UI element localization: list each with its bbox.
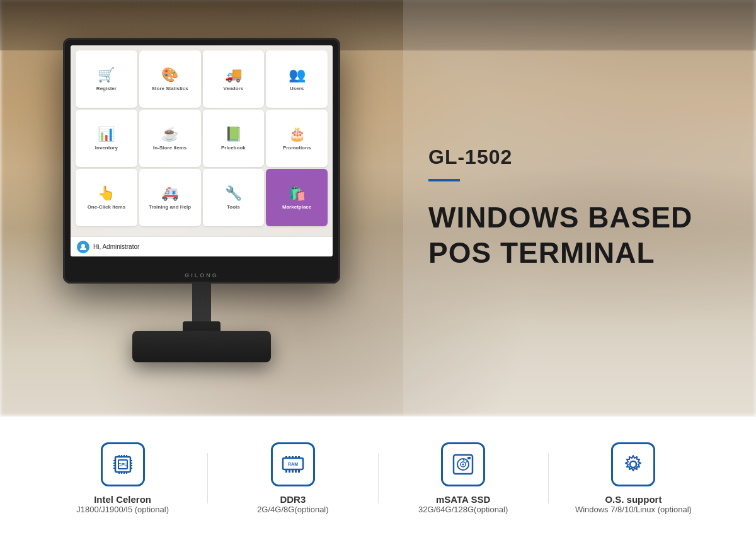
svg-rect-26	[298, 469, 300, 473]
monitor-stand-base	[132, 331, 271, 362]
svg-rect-24	[292, 469, 294, 473]
svg-point-35	[462, 464, 464, 466]
training-help-label: Training and Help	[149, 204, 191, 210]
svg-rect-31	[298, 456, 300, 458]
spec-storage: mSATA SSD 32G/64G/128G(optional)	[379, 442, 548, 514]
register-label: Register	[96, 86, 117, 92]
page: 🛒 Register 🎨 Store Statistics	[0, 0, 756, 540]
vendors-icon: 🚚	[225, 67, 242, 83]
cpu-spec-text: Intel Celeron J1800/J1900/I5 (optional)	[76, 494, 169, 514]
tile-pricebook[interactable]: 📗 Pricebook	[203, 110, 265, 167]
one-click-items-icon: 👆	[98, 185, 115, 202]
store-statistics-label: Store Statistics	[152, 86, 188, 92]
store-statistics-icon: 🎨	[161, 67, 178, 83]
svg-rect-38	[467, 457, 471, 459]
ram-icon-box: RAM	[271, 442, 315, 486]
inventory-icon: 📊	[98, 126, 115, 142]
in-store-items-label: In-Store Items	[153, 145, 186, 151]
gear-icon	[621, 452, 646, 477]
svg-rect-25	[295, 469, 297, 473]
spec-os: O.S. support Windows 7/8/10/Linux (optio…	[549, 442, 718, 514]
marketplace-label: Marketplace	[282, 204, 311, 210]
os-spec-name: O.S. support	[575, 494, 692, 505]
pricebook-icon: 📗	[225, 126, 242, 142]
tile-one-click-items[interactable]: 👆 One-Click Items	[76, 169, 137, 226]
storage-spec-detail: 32G/64G/128G(optional)	[418, 505, 508, 514]
top-section: 🛒 Register 🎨 Store Statistics	[0, 0, 756, 416]
status-bar: Hi, Administrator	[71, 236, 333, 256]
cpu-spec-name: Intel Celeron	[76, 494, 169, 505]
svg-line-37	[466, 461, 467, 462]
app-grid: 🛒 Register 🎨 Store Statistics	[71, 45, 333, 231]
monitor-frame: 🛒 Register 🎨 Store Statistics	[63, 38, 340, 284]
spec-cpu: CPU	[38, 442, 207, 514]
spec-ram: RAM DDR3 2G/4G/8G(optional)	[208, 442, 377, 514]
promotions-label: Promotions	[283, 145, 311, 151]
training-help-icon: 🚑	[161, 185, 178, 202]
svg-rect-30	[295, 456, 297, 458]
svg-text:CPU: CPU	[118, 462, 127, 467]
tile-tools[interactable]: 🔧 Tools	[203, 169, 265, 226]
pricebook-label: Pricebook	[221, 145, 246, 151]
svg-text:RAM: RAM	[288, 462, 298, 466]
users-icon: 👥	[289, 67, 306, 83]
product-title-line2: POS TERMINAL	[428, 236, 718, 270]
ssd-icon	[450, 452, 476, 477]
tile-vendors[interactable]: 🚚 Vendors	[203, 50, 265, 108]
os-icon-box	[611, 442, 655, 486]
svg-rect-22	[285, 469, 287, 473]
tile-marketplace[interactable]: 🛍️ Marketplace	[266, 169, 328, 226]
tile-users[interactable]: 👥 Users	[266, 50, 328, 108]
svg-rect-29	[292, 456, 294, 458]
cpu-icon-box: CPU	[101, 442, 145, 486]
product-info: GL-1502 WINDOWS BASED POS TERMINAL	[403, 0, 756, 416]
svg-rect-27	[285, 456, 287, 458]
divider	[428, 179, 460, 181]
product-title-line1: WINDOWS BASED	[428, 200, 718, 235]
monitor: 🛒 Register 🎨 Store Statistics	[50, 38, 353, 391]
ram-icon: RAM	[280, 452, 306, 477]
os-spec-text: O.S. support Windows 7/8/10/Linux (optio…	[575, 494, 692, 514]
cpu-spec-detail: J1800/J1900/I5 (optional)	[76, 505, 169, 514]
register-icon: 🛒	[98, 67, 115, 83]
product-display: 🛒 Register 🎨 Store Statistics	[0, 0, 403, 416]
storage-spec-text: mSATA SSD 32G/64G/128G(optional)	[418, 494, 508, 514]
svg-rect-23	[289, 469, 290, 473]
tile-store-statistics[interactable]: 🎨 Store Statistics	[139, 50, 201, 108]
monitor-screen: 🛒 Register 🎨 Store Statistics	[71, 45, 333, 256]
ram-spec-name: DDR3	[257, 494, 328, 505]
monitor-brand-label: GILONG	[185, 272, 219, 279]
specs-section: CPU	[0, 416, 756, 540]
ram-spec-text: DDR3 2G/4G/8G(optional)	[257, 494, 328, 514]
svg-rect-28	[289, 456, 290, 458]
tools-icon: 🔧	[225, 185, 242, 202]
tools-label: Tools	[227, 204, 240, 210]
vendors-label: Vendors	[224, 86, 244, 92]
ram-spec-detail: 2G/4G/8G(optional)	[257, 505, 328, 514]
users-label: Users	[290, 86, 304, 92]
cpu-icon: CPU	[110, 452, 135, 477]
in-store-items-icon: ☕	[161, 126, 178, 142]
storage-spec-name: mSATA SSD	[418, 494, 508, 505]
marketplace-icon: 🛍️	[289, 185, 306, 202]
svg-point-39	[630, 461, 636, 468]
tile-in-store-items[interactable]: ☕ In-Store Items	[139, 110, 201, 167]
tile-register[interactable]: 🛒 Register	[76, 50, 137, 108]
tile-training-help[interactable]: 🚑 Training and Help	[139, 169, 201, 226]
pos-interface: 🛒 Register 🎨 Store Statistics	[71, 45, 333, 256]
product-code: GL-1502	[428, 146, 718, 169]
tile-inventory[interactable]: 📊 Inventory	[76, 110, 137, 167]
greeting-text: Hi, Administrator	[93, 243, 139, 250]
promotions-icon: 🎂	[289, 126, 306, 142]
os-spec-detail: Windows 7/8/10/Linux (optional)	[575, 505, 692, 514]
inventory-label: Inventory	[95, 145, 118, 151]
one-click-items-label: One-Click Items	[88, 204, 125, 210]
product-title: WINDOWS BASED POS TERMINAL	[428, 200, 718, 270]
user-avatar	[77, 241, 89, 253]
storage-icon-box	[441, 442, 485, 486]
tile-promotions[interactable]: 🎂 Promotions	[266, 110, 328, 167]
